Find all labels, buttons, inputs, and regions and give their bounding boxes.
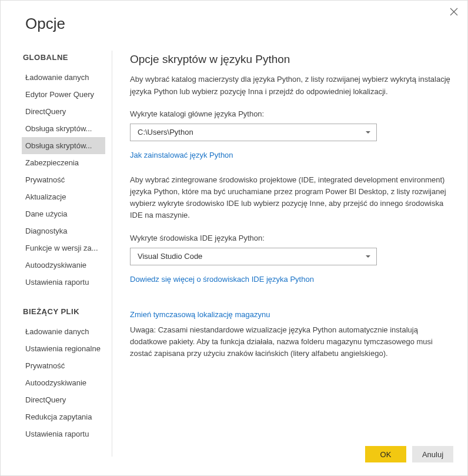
sidebar-item-usage-data[interactable]: Dane użycia	[22, 205, 105, 222]
sidebar-item-autorecovery[interactable]: Autoodzyskiwanie	[22, 257, 105, 274]
python-home-dropdown[interactable]: C:\Users\Python	[130, 124, 377, 141]
sidebar-item-file-report-settings[interactable]: Ustawienia raportu	[22, 425, 105, 442]
sidebar-item-file-privacy[interactable]: Prywatność	[22, 357, 105, 374]
content-panel: Opcje skryptów w języku Python Aby wybra…	[112, 51, 467, 457]
sidebar-item-power-query[interactable]: Edytor Power Query	[22, 86, 105, 103]
sidebar-item-security[interactable]: Zabezpieczenia	[22, 154, 105, 171]
python-ide-value: Visual Studio Code	[138, 251, 202, 262]
sidebar-item-privacy[interactable]: Prywatność	[22, 171, 105, 188]
sidebar-section-global: GLOBALNE	[23, 53, 112, 62]
sidebar-item-updates[interactable]: Aktualizacje	[22, 188, 105, 205]
close-icon[interactable]	[450, 8, 459, 17]
change-temp-storage-link[interactable]: Zmień tymczasową lokalizację magazynu	[130, 309, 270, 321]
chevron-down-icon	[366, 131, 370, 134]
python-ide-label: Wykryte środowiska IDE języka Python:	[130, 232, 451, 244]
python-ide-desc: Aby wybrać zintegrowane środowisko proje…	[130, 174, 451, 222]
ok-button[interactable]: OK	[365, 446, 406, 462]
dialog-footer: OK Anuluj	[365, 446, 453, 462]
sidebar: GLOBALNE Ładowanie danych Edytor Power Q…	[1, 51, 112, 457]
sidebar-item-file-loading-data[interactable]: Ładowanie danych	[22, 323, 105, 340]
python-home-desc: Aby wybrać katalog macierzysty dla język…	[130, 74, 451, 97]
sidebar-item-script-r[interactable]: Obsługa skryptów...	[22, 120, 105, 137]
learn-ide-link[interactable]: Dowiedz się więcej o środowiskach IDE ję…	[130, 274, 314, 285]
sidebar-item-preview-features[interactable]: Funkcje w wersji za...	[22, 239, 105, 257]
sidebar-item-file-regional[interactable]: Ustawienia regionalne	[22, 340, 105, 357]
sidebar-section-current-file: BIEŻĄCY PLIK	[23, 307, 112, 316]
sidebar-item-diagnostics[interactable]: Diagnostyka	[22, 222, 105, 239]
chevron-down-icon	[366, 255, 370, 258]
python-ide-dropdown[interactable]: Visual Studio Code	[130, 248, 377, 265]
sidebar-item-file-autorecovery[interactable]: Autoodzyskiwanie	[22, 374, 105, 391]
sidebar-item-file-directquery[interactable]: DirectQuery	[22, 391, 105, 408]
dialog-title: Opcje	[1, 1, 467, 33]
sidebar-item-file-query-reduction[interactable]: Redukcja zapytania	[22, 408, 105, 425]
python-home-value: C:\Users\Python	[138, 127, 193, 138]
python-home-label: Wykryte katalogi główne języka Python:	[130, 108, 451, 120]
sidebar-item-directquery[interactable]: DirectQuery	[22, 103, 105, 120]
content-title: Opcje skryptów w języku Python	[130, 51, 451, 68]
sidebar-item-script-python[interactable]: Obsługa skryptów...	[22, 137, 105, 154]
sidebar-item-report-settings[interactable]: Ustawienia raportu	[22, 274, 105, 291]
sidebar-item-loading-data[interactable]: Ładowanie danych	[22, 69, 105, 86]
temp-storage-note: Uwaga: Czasami niestandardowe wizualizac…	[130, 324, 451, 360]
install-python-link[interactable]: Jak zainstalować język Python	[130, 149, 233, 161]
cancel-button[interactable]: Anuluj	[412, 446, 453, 462]
